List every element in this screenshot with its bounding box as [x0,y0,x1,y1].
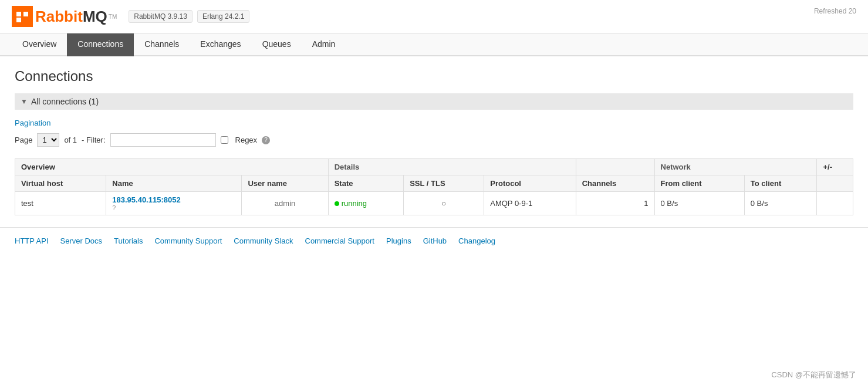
svg-rect-1 [23,12,28,16]
col-spacer [817,175,853,192]
footer-link-server-docs[interactable]: Server Docs [60,236,103,245]
col-to-client: To client [744,175,817,192]
all-connections-label: All connections (1) [31,97,99,106]
main-content: Connections ▼ All connections (1) Pagina… [0,56,868,227]
cell-protocol: AMQP 0-9-1 [484,192,576,215]
cell-state: running [328,192,404,215]
state-label: running [342,199,367,208]
table-column-headers: Virtual host Name User name State SSL / … [15,175,853,192]
regex-checkbox[interactable] [221,136,228,144]
footer-link-community-support[interactable]: Community Support [154,236,222,245]
nav-queues[interactable]: Queues [252,33,302,56]
connection-name-sub: ? [112,204,235,211]
page-select[interactable]: 1 [37,133,59,147]
refreshed-text: Refreshed 20 [814,7,856,15]
main-nav: Overview Connections Channels Exchanges … [0,33,868,56]
logo: RabbitMQTM [12,6,117,27]
footer-link-commercial-support[interactable]: Commercial Support [305,236,375,245]
col-virtual-host: Virtual host [15,175,106,192]
header: RabbitMQTM RabbitMQ 3.9.13 Erlang 24.2.1… [0,0,868,33]
cell-spacer [817,192,853,215]
col-from-client: From client [654,175,744,192]
logo-rabbit-text: Rabbit [35,8,83,26]
col-name: Name [106,175,242,192]
filter-label: - Filter: [82,136,105,144]
all-connections-section-header[interactable]: ▼ All connections (1) [15,93,853,110]
nav-channels[interactable]: Channels [134,33,190,56]
page-label: Page [15,136,32,144]
cell-from-client: 0 B/s [654,192,744,215]
cell-channels: 1 [576,192,654,215]
nav-exchanges[interactable]: Exchanges [190,33,251,56]
col-header-network: Network [654,159,817,175]
state-dot-icon [335,201,339,206]
table-row: test 183.95.40.115:8052 ? admin running … [15,192,853,215]
pagination-controls: Page 1 of 1 - Filter: Regex ? [15,133,853,147]
filter-input[interactable] [110,133,216,147]
footer-link-github[interactable]: GitHub [423,236,447,245]
connection-name-link[interactable]: 183.95.40.115:8052 [112,195,180,204]
footer-link-community-slack[interactable]: Community Slack [234,236,293,245]
footer-link-plugins[interactable]: Plugins [386,236,411,245]
col-header-overview: Overview [15,159,329,175]
nav-connections[interactable]: Connections [67,33,134,56]
col-channels: Channels [576,175,654,192]
logo-tm: TM [109,13,117,20]
col-state: State [328,175,404,192]
state-running: running [335,199,398,208]
svg-rect-2 [16,18,21,22]
regex-label: Regex [235,136,258,144]
svg-rect-0 [16,12,21,16]
cell-ssl-tls: ○ [404,192,484,215]
plus-minus-button[interactable]: +/- [817,159,853,175]
cell-virtual-host: test [15,192,106,215]
nav-admin[interactable]: Admin [302,33,346,56]
page-title: Connections [15,68,853,85]
cell-to-client: 0 B/s [744,192,817,215]
logo-icon [12,6,33,27]
pagination-label: Pagination [15,119,853,127]
footer-link-tutorials[interactable]: Tutorials [114,236,143,245]
col-protocol: Protocol [484,175,576,192]
footer-link-changelog[interactable]: Changelog [458,236,495,245]
col-header-details-channels [576,159,654,175]
erlang-version-badge: Erlang 24.2.1 [197,10,249,23]
col-header-details: Details [328,159,576,175]
connections-table: Overview Details Network +/- Virtual hos… [15,158,853,215]
logo-mq-text: MQ [83,8,107,26]
footer: HTTP API Server Docs Tutorials Community… [0,227,868,254]
footer-link-http-api[interactable]: HTTP API [15,236,49,245]
nav-overview[interactable]: Overview [12,33,67,56]
rabbitmq-version-badge: RabbitMQ 3.9.13 [129,10,192,23]
of-label: of 1 [64,136,77,144]
cell-name: 183.95.40.115:8052 ? [106,192,242,215]
cell-username: admin [242,192,328,215]
regex-help-icon[interactable]: ? [262,136,270,144]
col-username: User name [242,175,328,192]
col-ssl-tls: SSL / TLS [404,175,484,192]
section-toggle-icon[interactable]: ▼ [21,97,28,106]
